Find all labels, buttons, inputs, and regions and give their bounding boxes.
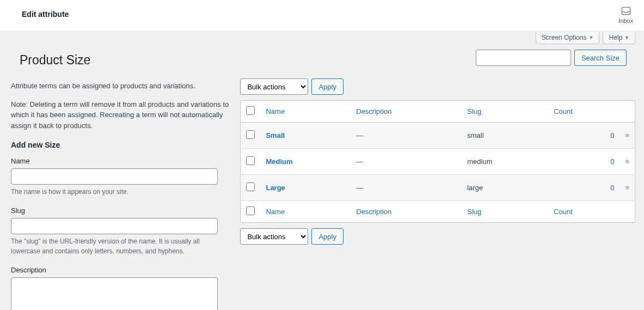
term-name-link[interactable]: Large bbox=[266, 184, 285, 192]
term-slug: small bbox=[467, 131, 483, 139]
table-row: Small — small 0 ≡ bbox=[241, 123, 635, 149]
term-name-link[interactable]: Small bbox=[266, 131, 285, 139]
svg-rect-0 bbox=[622, 7, 630, 14]
col-name-header[interactable]: Name bbox=[266, 107, 285, 116]
term-description: — bbox=[356, 157, 363, 166]
name-input[interactable] bbox=[11, 168, 218, 185]
drag-handle-icon[interactable]: ≡ bbox=[625, 184, 629, 192]
col-slug-footer[interactable]: Slug bbox=[467, 208, 481, 216]
select-all-bottom[interactable] bbox=[246, 206, 255, 215]
screen-options-label: Screen Options bbox=[542, 34, 587, 41]
bulk-actions-top: Bulk actions Apply bbox=[240, 78, 635, 95]
chevron-down-icon: ▼ bbox=[588, 35, 593, 40]
col-description-footer[interactable]: Description bbox=[356, 208, 391, 216]
term-name-link[interactable]: Medium bbox=[266, 157, 292, 166]
row-checkbox[interactable] bbox=[246, 156, 255, 165]
search-button[interactable]: Search Size bbox=[574, 50, 627, 66]
note-text: Note: Deleting a term will remove it fro… bbox=[11, 99, 229, 131]
col-description-header[interactable]: Description bbox=[356, 107, 391, 116]
inbox-label: Inbox bbox=[618, 17, 633, 24]
col-name-footer[interactable]: Name bbox=[266, 208, 285, 216]
col-slug-header[interactable]: Slug bbox=[467, 107, 481, 116]
bulk-actions-select-bottom[interactable]: Bulk actions bbox=[240, 228, 308, 245]
search-row: Search Size bbox=[476, 44, 635, 66]
slug-input[interactable] bbox=[11, 218, 218, 234]
help-label: Help bbox=[609, 34, 622, 41]
row-checkbox[interactable] bbox=[246, 183, 255, 191]
table-row: Large — large 0 ≡ bbox=[241, 175, 635, 201]
edit-attribute-link[interactable]: Edit attribute bbox=[22, 10, 69, 19]
description-label: Description bbox=[11, 266, 229, 274]
apply-button-top[interactable]: Apply bbox=[311, 78, 344, 95]
topbar-left: Edit attribute bbox=[22, 5, 69, 19]
terms-table: Name Description Slug Count Small — smal… bbox=[240, 100, 635, 223]
help-tab[interactable]: Help ▼ bbox=[603, 32, 635, 44]
name-label: Name bbox=[11, 157, 229, 165]
term-count-link[interactable]: 0 bbox=[610, 157, 614, 166]
term-slug: large bbox=[467, 184, 483, 192]
apply-button-bottom[interactable]: Apply bbox=[311, 228, 344, 245]
name-help: The name is how it appears on your site. bbox=[11, 187, 229, 197]
chevron-down-icon: ▼ bbox=[624, 35, 629, 40]
table-row: Medium — medium 0 ≡ bbox=[241, 149, 635, 175]
topbar: Edit attribute Inbox bbox=[0, 0, 644, 31]
term-description: — bbox=[356, 131, 363, 139]
main-area: Attribute terms can be assigned to produ… bbox=[0, 73, 644, 310]
row-checkbox[interactable] bbox=[246, 130, 255, 139]
bulk-actions-bottom: Bulk actions Apply bbox=[240, 228, 635, 245]
top-tabs: Screen Options ▼ Help ▼ bbox=[0, 31, 644, 44]
terms-tbody: Small — small 0 ≡ Medium — medium 0 ≡ La… bbox=[241, 123, 635, 201]
right-column: Bulk actions Apply Name Description Slug… bbox=[240, 73, 635, 310]
inbox-icon bbox=[621, 5, 631, 16]
term-count-link[interactable]: 0 bbox=[610, 131, 614, 139]
select-all-top[interactable] bbox=[246, 106, 255, 115]
content-top: Product Size Search Size bbox=[0, 44, 644, 73]
slug-help: The "slug" is the URL-friendly version o… bbox=[11, 236, 229, 256]
term-count-link[interactable]: 0 bbox=[610, 184, 614, 192]
term-slug: medium bbox=[467, 157, 492, 166]
description-input[interactable] bbox=[11, 277, 218, 310]
add-new-size-title: Add new Size bbox=[11, 141, 229, 149]
slug-label: Slug bbox=[11, 206, 229, 215]
drag-handle-icon[interactable]: ≡ bbox=[625, 157, 629, 166]
page-title: Product Size bbox=[9, 44, 90, 73]
left-column: Attribute terms can be assigned to produ… bbox=[11, 73, 229, 310]
drag-handle-icon[interactable]: ≡ bbox=[625, 131, 629, 139]
search-input[interactable] bbox=[476, 50, 571, 66]
term-description: — bbox=[356, 184, 363, 192]
col-count-header[interactable]: Count bbox=[554, 107, 573, 116]
col-count-footer[interactable]: Count bbox=[554, 208, 573, 216]
inbox-area[interactable]: Inbox bbox=[618, 5, 633, 24]
intro-text: Attribute terms can be assigned to produ… bbox=[11, 81, 229, 92]
bulk-actions-select[interactable]: Bulk actions bbox=[240, 78, 308, 95]
screen-options-tab[interactable]: Screen Options ▼ bbox=[536, 32, 600, 44]
